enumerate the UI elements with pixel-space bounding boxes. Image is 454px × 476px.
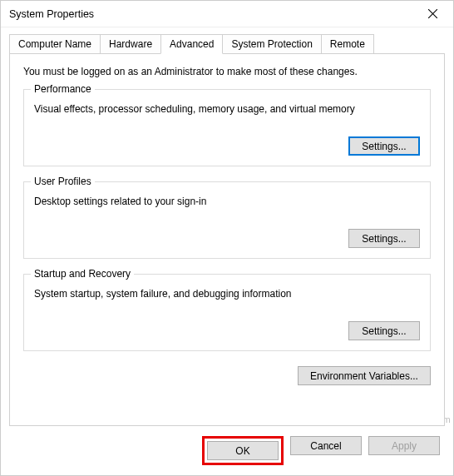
groupbox-performance-desc: Visual effects, processor scheduling, me…: [34, 103, 420, 115]
tab-advanced[interactable]: Advanced: [160, 34, 223, 54]
ok-highlight-box: OK: [202, 436, 284, 465]
groupbox-user-profiles: User Profiles Desktop settings related t…: [23, 181, 431, 259]
groupbox-startup-recovery-title: Startup and Recovery: [31, 268, 134, 280]
window-title: System Properties: [9, 8, 414, 20]
tab-computer-name[interactable]: Computer Name: [9, 34, 101, 54]
groupbox-user-profiles-title: User Profiles: [31, 176, 95, 187]
groupbox-startup-recovery-desc: System startup, system failure, and debu…: [34, 288, 420, 300]
groupbox-startup-recovery: Startup and Recovery System startup, sys…: [23, 274, 431, 351]
user-profiles-settings-button[interactable]: Settings...: [348, 229, 420, 248]
content-area: Computer Name Hardware Advanced System P…: [1, 27, 453, 426]
tab-remote[interactable]: Remote: [321, 34, 374, 54]
tabstrip: Computer Name Hardware Advanced System P…: [9, 34, 445, 54]
cancel-button[interactable]: Cancel: [290, 436, 362, 455]
performance-settings-button[interactable]: Settings...: [348, 136, 420, 156]
environment-variables-button[interactable]: Environment Variables...: [298, 366, 431, 385]
groupbox-performance-title: Performance: [31, 83, 95, 95]
dialog-button-row: OK Cancel Apply: [1, 426, 453, 475]
system-properties-window: System Properties Computer Name Hardware…: [0, 0, 454, 476]
apply-button[interactable]: Apply: [368, 436, 440, 455]
startup-recovery-settings-button[interactable]: Settings...: [348, 321, 420, 340]
groupbox-performance: Performance Visual effects, processor sc…: [23, 89, 431, 166]
admin-note: You must be logged on as an Administrato…: [23, 66, 431, 77]
ok-button[interactable]: OK: [207, 441, 279, 460]
close-icon: [428, 9, 437, 18]
close-button[interactable]: [414, 2, 452, 27]
tab-system-protection[interactable]: System Protection: [222, 34, 321, 54]
env-vars-row: Environment Variables...: [23, 366, 431, 385]
tabpane-advanced: You must be logged on as an Administrato…: [9, 53, 445, 426]
titlebar: System Properties: [1, 1, 453, 27]
groupbox-user-profiles-desc: Desktop settings related to your sign-in: [34, 196, 420, 207]
tab-hardware[interactable]: Hardware: [100, 34, 161, 54]
